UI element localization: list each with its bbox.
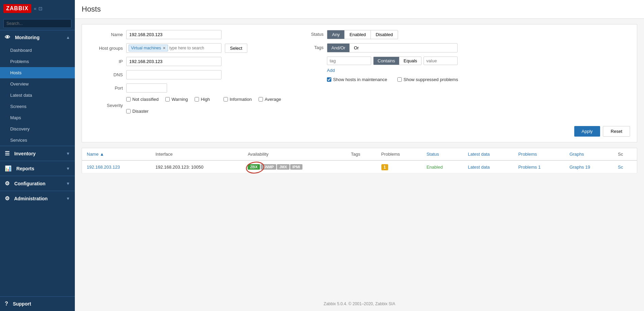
sidebar-item-hosts[interactable]: Hosts	[0, 67, 75, 78]
tags-and-or-button[interactable]: And/Or	[327, 44, 350, 52]
value-input[interactable]	[424, 57, 458, 65]
status-enabled-button[interactable]: Enabled	[345, 30, 371, 39]
sidebar-item-overview[interactable]: Overview	[0, 78, 75, 90]
status-enabled-text: Enabled	[427, 165, 443, 170]
filter-row-ip: IP	[89, 57, 286, 66]
apply-button[interactable]: Apply	[574, 126, 600, 137]
select-button[interactable]: Select	[225, 44, 247, 53]
problems-link[interactable]: Problems 1	[518, 165, 541, 170]
tag-filter-row: Contains Equals	[327, 57, 458, 65]
sidebar-configuration-header[interactable]: ⚙ Configuration ▼	[0, 176, 75, 191]
badge-jmx: JMX	[277, 164, 290, 170]
condition-contains-button[interactable]: Contains	[374, 57, 399, 65]
sidebar-item-services[interactable]: Services	[0, 135, 75, 146]
show-suppressed-label[interactable]: Show suppressed problems	[397, 77, 458, 82]
latest-data-link[interactable]: Latest data	[468, 165, 490, 170]
severity-disaster[interactable]: Disaster	[126, 109, 149, 114]
page-header: Hosts	[75, 0, 644, 19]
show-maintenance-checkbox[interactable]	[327, 77, 331, 82]
sidebar-inventory-header[interactable]: ☰ Inventory ▼	[0, 146, 75, 161]
severity-information-checkbox[interactable]	[224, 97, 228, 102]
host-groups-search-input[interactable]	[169, 46, 219, 50]
sidebar-administration-label: Administration	[14, 196, 48, 201]
severity-disaster-checkbox[interactable]	[126, 109, 131, 113]
footer: Zabbix 5.0.4. © 2001–2020, Zabbix SIA	[75, 297, 644, 311]
row-problems: 1	[377, 160, 422, 173]
host-groups-label: Host groups	[89, 46, 123, 51]
sidebar-support[interactable]: ? Support	[0, 297, 75, 311]
name-input[interactable]	[126, 30, 221, 39]
sidebar-inventory-label: Inventory	[14, 151, 36, 156]
sidebar-support-label: Support	[13, 301, 31, 307]
severity-not-classified-checkbox[interactable]	[126, 97, 131, 102]
sidebar-item-dashboard[interactable]: Dashboard	[0, 45, 75, 56]
tags-or-button[interactable]: Or	[350, 44, 363, 52]
sidebar-item-latest-data[interactable]: Latest data	[0, 90, 75, 101]
severity-information[interactable]: Information	[224, 97, 252, 102]
dns-input[interactable]	[126, 70, 221, 79]
maintenance-row: Show hosts in maintenance Show suppresse…	[327, 77, 458, 82]
col-availability: Availability	[243, 148, 346, 161]
sidebar-search-input[interactable]	[3, 19, 71, 28]
sidebar-item-maps[interactable]: Maps	[0, 112, 75, 123]
col-name[interactable]: Name ▲	[82, 148, 151, 161]
col-problems-link[interactable]: Problems	[513, 148, 565, 161]
table-header-row: Name ▲ Interface Availability Tags Probl…	[82, 148, 637, 161]
sidebar-monitoring-label: Monitoring	[15, 35, 39, 40]
sidebar-section-inventory: ☰ Inventory ▼	[0, 146, 75, 161]
tag-input[interactable]	[327, 57, 371, 65]
reports-chevron-icon: ▼	[66, 166, 70, 171]
sidebar-administration-header[interactable]: ⚙ Administration ▼	[0, 191, 75, 206]
condition-equals-button[interactable]: Equals	[399, 57, 421, 65]
tag-label: Virtual machines	[131, 46, 161, 50]
dns-label: DNS	[89, 72, 123, 77]
severity-high[interactable]: High	[195, 97, 210, 102]
inventory-chevron-icon: ▼	[66, 151, 70, 156]
reset-button[interactable]: Reset	[603, 126, 630, 137]
host-groups-field[interactable]: Virtual machines ✕	[126, 43, 221, 53]
remove-tag-button[interactable]: ✕	[163, 46, 166, 50]
row-latest-data: Latest data	[463, 160, 513, 173]
show-maintenance-label[interactable]: Show hosts in maintenance	[327, 77, 387, 82]
col-graphs[interactable]: Graphs	[565, 148, 613, 161]
sidebar-section-administration: ⚙ Administration ▼	[0, 191, 75, 206]
zabbix-logo: ZABBIX	[3, 4, 31, 13]
severity-warning-checkbox[interactable]	[165, 97, 170, 102]
severity-high-checkbox[interactable]	[195, 97, 199, 102]
col-status[interactable]: Status	[422, 148, 463, 161]
tags-label: Tags	[296, 43, 324, 50]
filter-row-host-groups: Host groups Virtual machines ✕ Select	[89, 43, 286, 53]
row-problems-link: Problems 1	[513, 160, 565, 173]
sidebar-monitoring-header[interactable]: 👁 Monitoring ▲	[0, 30, 75, 45]
graphs-count-num: 19	[585, 165, 590, 170]
sidebar-reports-header[interactable]: 📊 Reports ▼	[0, 161, 75, 176]
screen-icon[interactable]: ⊡	[38, 6, 43, 11]
ip-input[interactable]	[126, 57, 221, 66]
col-latest-data[interactable]: Latest data	[463, 148, 513, 161]
host-name-link[interactable]: 192.168.203.123	[87, 165, 120, 170]
add-tag-link[interactable]: Add	[327, 68, 458, 73]
col-interface: Interface	[151, 148, 243, 161]
row-status: Enabled	[422, 160, 463, 173]
severity-average-checkbox[interactable]	[259, 97, 263, 102]
status-disabled-button[interactable]: Disabled	[371, 30, 398, 39]
sidebar-item-discovery[interactable]: Discovery	[0, 123, 75, 135]
sidebar: ZABBIX « ⊡ 👁 Monitoring ▲ Dashboard Prob…	[0, 0, 75, 311]
graphs-link[interactable]: Graphs 19	[569, 165, 590, 170]
show-suppressed-checkbox[interactable]	[397, 77, 402, 82]
status-any-button[interactable]: Any	[327, 30, 345, 39]
collapse-sidebar-button[interactable]: «	[34, 6, 37, 11]
severity-warning[interactable]: Warning	[165, 97, 188, 102]
severity-average[interactable]: Average	[259, 97, 281, 102]
filter-split: Name Host groups Virtual machines ✕	[89, 30, 630, 118]
row-name: 192.168.203.123	[82, 160, 151, 173]
ip-label: IP	[89, 59, 123, 64]
port-input[interactable]	[126, 83, 167, 93]
eye-icon: 👁	[5, 34, 10, 40]
sidebar-item-problems[interactable]: Problems	[0, 56, 75, 67]
sidebar-item-screens[interactable]: Screens	[0, 101, 75, 112]
sidebar-section-configuration: ⚙ Configuration ▼	[0, 176, 75, 191]
sc-link[interactable]: Sc	[618, 165, 623, 170]
badge-zbx: ZBX	[248, 164, 260, 170]
severity-not-classified[interactable]: Not classified	[126, 97, 159, 102]
